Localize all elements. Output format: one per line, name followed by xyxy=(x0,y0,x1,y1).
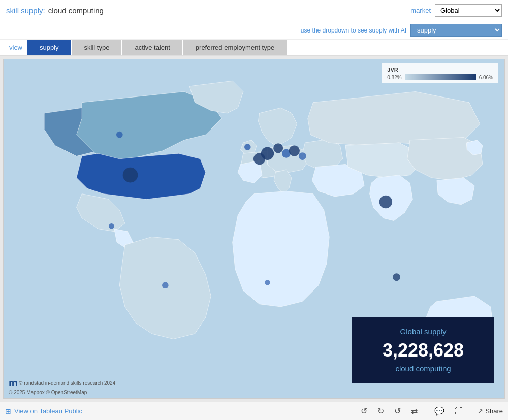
view-label: view xyxy=(4,40,27,55)
title-skill-label: skill supply: xyxy=(6,6,45,15)
map-container: JVR 0.82% 6.06% Global supply 3,228,628 … xyxy=(3,59,505,399)
svg-point-7 xyxy=(244,144,251,150)
svg-point-11 xyxy=(162,282,169,288)
jvr-min-value: 0.82% xyxy=(387,75,401,80)
tab-supply[interactable]: supply xyxy=(27,40,71,55)
svg-point-9 xyxy=(116,132,123,138)
tab-active-talent[interactable]: active talent xyxy=(122,40,182,55)
market-label: market xyxy=(410,7,431,14)
svg-point-2 xyxy=(273,143,283,153)
svg-point-5 xyxy=(299,152,306,160)
svg-point-4 xyxy=(289,145,300,156)
toolbar: ⊞ View on Tableau Public ↺ ↻ ↺ ⇄ 💬 ⛶ ↗ S… xyxy=(0,402,508,420)
ai-dropdown-label: use the dropdown to see supply with AI xyxy=(301,27,406,34)
toolbar-divider xyxy=(426,406,426,416)
tab-skill-type[interactable]: skill type xyxy=(72,40,122,55)
info-box-skill: cloud computing xyxy=(367,364,479,373)
toolbar-divider-2 xyxy=(471,406,471,416)
page-title: skill supply: cloud computing xyxy=(6,6,104,15)
svg-point-12 xyxy=(379,196,392,208)
info-box-title: Global supply xyxy=(367,327,479,336)
tab-preferred-employment[interactable]: preferred employment type xyxy=(183,40,287,55)
title-topic-label: cloud computing xyxy=(48,6,104,15)
comment-button[interactable]: 💬 xyxy=(432,405,447,417)
share-label: Share xyxy=(485,407,503,415)
forward-button[interactable]: ⇄ xyxy=(409,405,420,417)
undo-button[interactable]: ↺ xyxy=(359,405,369,417)
jvr-gradient-bar xyxy=(405,74,476,80)
randstad-logo: rn xyxy=(9,377,17,389)
supply-ai-dropdown[interactable]: supply supply with AI xyxy=(410,24,502,37)
info-box-number: 3,228,628 xyxy=(367,340,479,361)
share-button[interactable]: ↗ Share xyxy=(478,407,503,415)
market-dropdown[interactable]: Global North America Europe Asia Pacific xyxy=(435,4,502,17)
map-copyright: © 2025 Mapbox © OpenStreetMap xyxy=(9,390,115,395)
svg-point-14 xyxy=(393,273,400,281)
jvr-legend: JVR 0.82% 6.06% xyxy=(382,63,498,83)
back-button[interactable]: ↺ xyxy=(392,405,403,417)
jvr-max-value: 6.06% xyxy=(479,75,493,80)
redo-button[interactable]: ↻ xyxy=(375,405,386,417)
svg-point-10 xyxy=(109,223,114,229)
expand-button[interactable]: ⛶ xyxy=(453,406,465,417)
credits-text: © randstad in-demand skills research 202… xyxy=(19,380,115,386)
svg-point-15 xyxy=(265,280,270,285)
share-icon: ↗ xyxy=(478,407,483,415)
view-on-tableau-link[interactable]: View on Tableau Public xyxy=(14,407,82,415)
tableau-icon: ⊞ xyxy=(5,407,11,415)
global-supply-box: Global supply 3,228,628 cloud computing xyxy=(352,317,494,383)
jvr-title: JVR xyxy=(387,67,493,73)
svg-point-6 xyxy=(253,153,265,165)
map-footer: rn © randstad in-demand skills research … xyxy=(9,377,115,395)
svg-point-8 xyxy=(123,168,138,183)
